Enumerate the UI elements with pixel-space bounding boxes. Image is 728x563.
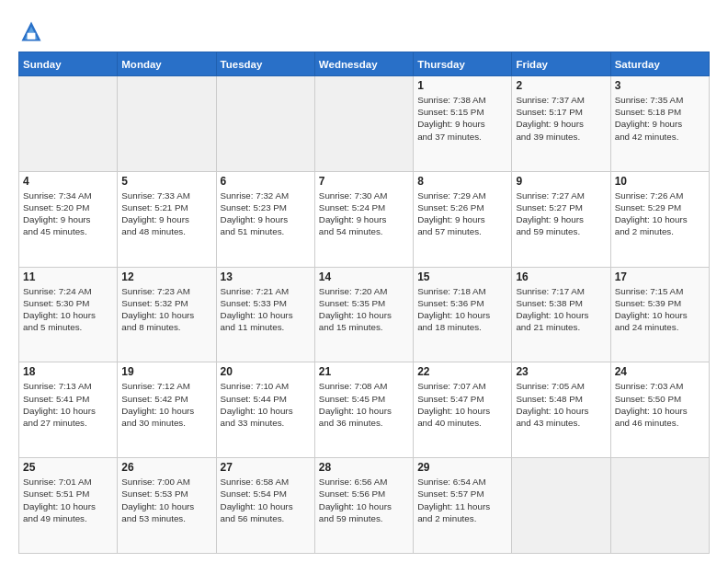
calendar-cell: 27Sunrise: 6:58 AM Sunset: 5:54 PM Dayli… xyxy=(216,458,314,554)
day-info: Sunrise: 7:29 AM Sunset: 5:26 PM Dayligh… xyxy=(417,190,507,238)
day-info: Sunrise: 7:32 AM Sunset: 5:23 PM Dayligh… xyxy=(221,190,311,238)
calendar-cell: 3Sunrise: 7:35 AM Sunset: 5:18 PM Daylig… xyxy=(610,76,709,172)
calendar-cell xyxy=(512,458,610,554)
day-number: 26 xyxy=(121,461,211,474)
week-row-2: 4Sunrise: 7:34 AM Sunset: 5:20 PM Daylig… xyxy=(19,171,710,267)
day-info: Sunrise: 7:38 AM Sunset: 5:15 PM Dayligh… xyxy=(417,94,507,143)
calendar-cell xyxy=(118,76,216,172)
logo xyxy=(18,18,48,44)
calendar-cell: 2Sunrise: 7:37 AM Sunset: 5:17 PM Daylig… xyxy=(512,76,610,172)
week-row-1: 1Sunrise: 7:38 AM Sunset: 5:15 PM Daylig… xyxy=(19,76,710,172)
day-number: 4 xyxy=(23,175,113,188)
day-number: 8 xyxy=(417,175,507,188)
calendar-cell xyxy=(314,76,413,172)
calendar-cell: 25Sunrise: 7:01 AM Sunset: 5:51 PM Dayli… xyxy=(19,458,118,554)
day-info: Sunrise: 7:20 AM Sunset: 5:35 PM Dayligh… xyxy=(319,285,409,334)
weekday-header-friday: Friday xyxy=(512,52,610,76)
day-number: 3 xyxy=(615,79,705,92)
calendar-cell: 7Sunrise: 7:30 AM Sunset: 5:24 PM Daylig… xyxy=(314,171,413,267)
calendar-cell: 13Sunrise: 7:21 AM Sunset: 5:33 PM Dayli… xyxy=(216,267,314,362)
day-number: 6 xyxy=(221,175,311,188)
weekday-header-saturday: Saturday xyxy=(610,52,709,76)
calendar-cell: 21Sunrise: 7:08 AM Sunset: 5:45 PM Dayli… xyxy=(314,362,413,458)
calendar-cell: 19Sunrise: 7:12 AM Sunset: 5:42 PM Dayli… xyxy=(118,362,216,458)
day-info: Sunrise: 7:12 AM Sunset: 5:42 PM Dayligh… xyxy=(121,380,211,429)
calendar-cell: 5Sunrise: 7:33 AM Sunset: 5:21 PM Daylig… xyxy=(118,171,216,267)
day-number: 14 xyxy=(319,270,409,283)
day-info: Sunrise: 7:27 AM Sunset: 5:27 PM Dayligh… xyxy=(516,190,606,238)
weekday-header-sunday: Sunday xyxy=(19,52,118,76)
calendar-cell xyxy=(19,76,118,172)
day-number: 9 xyxy=(516,175,606,188)
calendar-cell xyxy=(216,76,314,172)
calendar-cell: 29Sunrise: 6:54 AM Sunset: 5:57 PM Dayli… xyxy=(414,458,512,554)
calendar-cell: 9Sunrise: 7:27 AM Sunset: 5:27 PM Daylig… xyxy=(512,171,610,267)
day-number: 16 xyxy=(516,270,606,283)
day-info: Sunrise: 7:18 AM Sunset: 5:36 PM Dayligh… xyxy=(417,285,507,334)
day-number: 17 xyxy=(615,270,705,283)
logo-icon xyxy=(18,18,44,44)
day-number: 18 xyxy=(23,365,113,378)
day-info: Sunrise: 7:24 AM Sunset: 5:30 PM Dayligh… xyxy=(23,285,113,334)
day-info: Sunrise: 6:54 AM Sunset: 5:57 PM Dayligh… xyxy=(417,476,507,524)
calendar-cell: 18Sunrise: 7:13 AM Sunset: 5:41 PM Dayli… xyxy=(19,362,118,458)
day-number: 28 xyxy=(319,461,409,474)
day-number: 1 xyxy=(417,79,507,92)
day-info: Sunrise: 7:00 AM Sunset: 5:53 PM Dayligh… xyxy=(121,476,211,524)
day-number: 5 xyxy=(121,175,211,188)
day-number: 11 xyxy=(23,270,113,283)
day-number: 2 xyxy=(516,79,606,92)
day-number: 15 xyxy=(417,270,507,283)
calendar-cell: 15Sunrise: 7:18 AM Sunset: 5:36 PM Dayli… xyxy=(414,267,512,362)
calendar-cell: 16Sunrise: 7:17 AM Sunset: 5:38 PM Dayli… xyxy=(512,267,610,362)
calendar-cell: 10Sunrise: 7:26 AM Sunset: 5:29 PM Dayli… xyxy=(610,171,709,267)
day-info: Sunrise: 6:58 AM Sunset: 5:54 PM Dayligh… xyxy=(221,476,311,524)
calendar-cell: 17Sunrise: 7:15 AM Sunset: 5:39 PM Dayli… xyxy=(610,267,709,362)
day-number: 20 xyxy=(221,365,311,378)
day-info: Sunrise: 7:37 AM Sunset: 5:17 PM Dayligh… xyxy=(516,94,606,143)
svg-rect-2 xyxy=(28,33,36,40)
calendar-cell: 23Sunrise: 7:05 AM Sunset: 5:48 PM Dayli… xyxy=(512,362,610,458)
day-info: Sunrise: 7:01 AM Sunset: 5:51 PM Dayligh… xyxy=(23,476,113,524)
day-info: Sunrise: 7:03 AM Sunset: 5:50 PM Dayligh… xyxy=(615,380,705,429)
calendar-cell: 20Sunrise: 7:10 AM Sunset: 5:44 PM Dayli… xyxy=(216,362,314,458)
calendar-cell: 28Sunrise: 6:56 AM Sunset: 5:56 PM Dayli… xyxy=(314,458,413,554)
week-row-5: 25Sunrise: 7:01 AM Sunset: 5:51 PM Dayli… xyxy=(19,458,710,554)
calendar-cell: 12Sunrise: 7:23 AM Sunset: 5:32 PM Dayli… xyxy=(118,267,216,362)
weekday-header-tuesday: Tuesday xyxy=(216,52,314,76)
week-row-4: 18Sunrise: 7:13 AM Sunset: 5:41 PM Dayli… xyxy=(19,362,710,458)
calendar-table: SundayMondayTuesdayWednesdayThursdayFrid… xyxy=(18,52,710,554)
day-number: 19 xyxy=(121,365,211,378)
day-info: Sunrise: 7:34 AM Sunset: 5:20 PM Dayligh… xyxy=(23,190,113,238)
weekday-header-row: SundayMondayTuesdayWednesdayThursdayFrid… xyxy=(19,52,710,76)
day-info: Sunrise: 7:26 AM Sunset: 5:29 PM Dayligh… xyxy=(615,190,705,238)
day-number: 24 xyxy=(615,365,705,378)
day-number: 7 xyxy=(319,175,409,188)
day-info: Sunrise: 7:07 AM Sunset: 5:47 PM Dayligh… xyxy=(417,380,507,429)
calendar-cell: 4Sunrise: 7:34 AM Sunset: 5:20 PM Daylig… xyxy=(19,171,118,267)
day-info: Sunrise: 7:33 AM Sunset: 5:21 PM Dayligh… xyxy=(121,190,211,238)
day-number: 25 xyxy=(23,461,113,474)
day-number: 10 xyxy=(615,175,705,188)
day-info: Sunrise: 7:10 AM Sunset: 5:44 PM Dayligh… xyxy=(221,380,311,429)
day-number: 27 xyxy=(221,461,311,474)
weekday-header-monday: Monday xyxy=(118,52,216,76)
calendar-cell: 1Sunrise: 7:38 AM Sunset: 5:15 PM Daylig… xyxy=(414,76,512,172)
day-info: Sunrise: 7:21 AM Sunset: 5:33 PM Dayligh… xyxy=(221,285,311,334)
day-info: Sunrise: 7:17 AM Sunset: 5:38 PM Dayligh… xyxy=(516,285,606,334)
header xyxy=(18,15,710,44)
calendar-cell: 8Sunrise: 7:29 AM Sunset: 5:26 PM Daylig… xyxy=(414,171,512,267)
day-number: 12 xyxy=(121,270,211,283)
day-info: Sunrise: 7:23 AM Sunset: 5:32 PM Dayligh… xyxy=(121,285,211,334)
calendar-cell: 11Sunrise: 7:24 AM Sunset: 5:30 PM Dayli… xyxy=(19,267,118,362)
day-info: Sunrise: 7:15 AM Sunset: 5:39 PM Dayligh… xyxy=(615,285,705,334)
weekday-header-thursday: Thursday xyxy=(414,52,512,76)
day-info: Sunrise: 7:05 AM Sunset: 5:48 PM Dayligh… xyxy=(516,380,606,429)
day-number: 29 xyxy=(417,461,507,474)
day-number: 21 xyxy=(319,365,409,378)
calendar-cell: 14Sunrise: 7:20 AM Sunset: 5:35 PM Dayli… xyxy=(314,267,413,362)
day-info: Sunrise: 7:13 AM Sunset: 5:41 PM Dayligh… xyxy=(23,380,113,429)
week-row-3: 11Sunrise: 7:24 AM Sunset: 5:30 PM Dayli… xyxy=(19,267,710,362)
day-info: Sunrise: 7:35 AM Sunset: 5:18 PM Dayligh… xyxy=(615,94,705,143)
day-info: Sunrise: 6:56 AM Sunset: 5:56 PM Dayligh… xyxy=(319,476,409,524)
